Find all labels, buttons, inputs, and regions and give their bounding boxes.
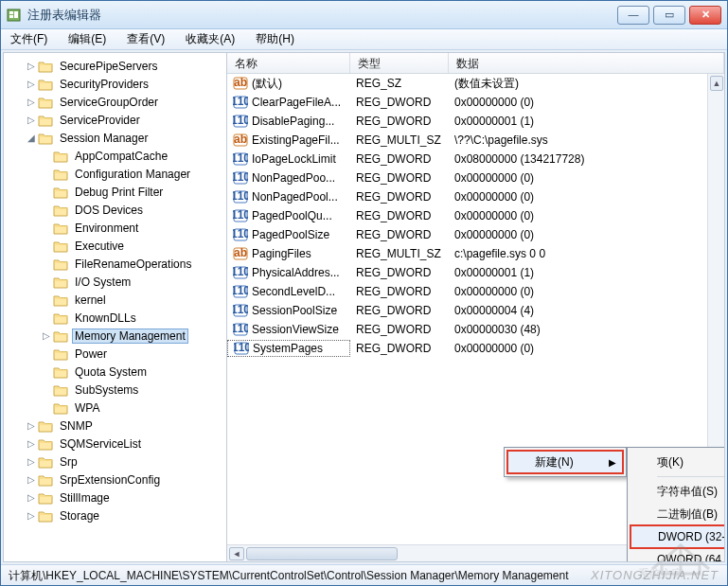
folder-icon [53, 347, 68, 361]
menu-view[interactable]: 查看(V) [121, 29, 170, 49]
list-row[interactable]: SessionPoolSize REG_DWORD 0x00000004 (4) [227, 301, 724, 320]
tree-node-label: SecurePipeServers [57, 60, 160, 73]
tree-node[interactable]: DOS Devices [9, 201, 226, 219]
tree-node[interactable]: ▷ Srp [9, 453, 226, 471]
tree-node[interactable]: KnownDLLs [9, 309, 226, 327]
dword-value-icon [233, 170, 248, 186]
list-row[interactable]: SessionViewSize REG_DWORD 0x00000030 (48… [227, 320, 724, 339]
tree-twisty-icon[interactable]: ▷ [25, 510, 38, 521]
tree-node[interactable]: Environment [9, 219, 226, 237]
tree-node[interactable]: AppCompatCache [9, 147, 226, 165]
tree-node[interactable]: ▷ Storage [9, 506, 226, 524]
tree-twisty-icon[interactable]: ▷ [40, 330, 53, 341]
menu-fav[interactable]: 收藏夹(A) [180, 29, 240, 49]
col-header-data[interactable]: 数据 [449, 53, 724, 73]
scroll-thumb[interactable] [246, 547, 398, 560]
dword-value-icon [233, 265, 248, 280]
chevron-right-icon: ▶ [609, 457, 616, 468]
value-name-cell: SessionViewSize [227, 322, 350, 337]
tree-node[interactable]: ▷ Memory Management [9, 327, 226, 345]
tree-node[interactable]: ▷ ServiceProvider [9, 111, 226, 129]
value-name: PhysicalAddres... [252, 266, 340, 279]
value-name-cell: IoPageLockLimit [227, 151, 350, 167]
tree-twisty-icon[interactable]: ▷ [25, 79, 38, 89]
tree-twisty-icon[interactable]: ◢ [25, 133, 38, 143]
tree-twisty-icon[interactable]: ▷ [25, 115, 38, 125]
tree-node[interactable]: Quota System [9, 363, 226, 381]
tree-node-label: Storage [57, 509, 102, 523]
list-row[interactable]: PagedPoolQu... REG_DWORD 0x00000000 (0) [227, 206, 724, 225]
tree-node[interactable]: WPA [9, 399, 226, 417]
ctx-sub-item[interactable]: DWORD (32-位)值(D) [630, 525, 724, 548]
list-row[interactable]: (默认) REG_SZ (数值未设置) [227, 74, 724, 93]
content-area: ▷ SecurePipeServers ▷ SecurityProviders … [3, 52, 725, 562]
tree-node[interactable]: I/O System [9, 273, 226, 291]
list-row[interactable]: NonPagedPoo... REG_DWORD 0x00000000 (0) [227, 169, 724, 187]
ctx-sub-item[interactable]: 项(K) [630, 451, 724, 473]
value-type: REG_DWORD [350, 323, 449, 336]
close-button[interactable]: ✕ [689, 6, 721, 25]
menu-help[interactable]: 帮助(H) [250, 29, 300, 49]
tree-twisty-icon[interactable]: ▷ [25, 474, 38, 485]
minimize-button[interactable]: — [617, 6, 649, 25]
tree-twisty-icon[interactable]: ▷ [25, 420, 38, 431]
tree-pane[interactable]: ▷ SecurePipeServers ▷ SecurityProviders … [4, 53, 227, 561]
string-value-icon [233, 133, 248, 148]
tree-twisty-icon[interactable]: ▷ [25, 456, 38, 467]
value-type: REG_DWORD [350, 171, 449, 185]
value-type: REG_DWORD [350, 152, 449, 166]
tree-node[interactable]: ▷ SecurityProviders [9, 75, 226, 93]
menu-file[interactable]: 文件(F) [5, 29, 53, 49]
tree-twisty-icon[interactable]: ▷ [25, 97, 38, 107]
tree-node[interactable]: kernel [9, 291, 226, 309]
tree-node[interactable]: ▷ SrpExtensionConfig [9, 471, 226, 488]
list-row[interactable]: PagingFiles REG_MULTI_SZ c:\pagefile.sys… [227, 244, 724, 263]
list-row[interactable]: PagedPoolSize REG_DWORD 0x00000000 (0) [227, 225, 724, 244]
tree-twisty-icon[interactable]: ▷ [25, 492, 38, 503]
folder-icon [38, 114, 53, 127]
tree-twisty-icon[interactable]: ▷ [25, 61, 38, 71]
tree-twisty-icon[interactable]: ▷ [25, 438, 38, 449]
list-row[interactable]: PhysicalAddres... REG_DWORD 0x00000001 (… [227, 263, 724, 282]
dword-value-icon [233, 114, 248, 129]
col-header-type[interactable]: 类型 [350, 53, 449, 73]
list-row[interactable]: NonPagedPool... REG_DWORD 0x00000000 (0) [227, 187, 724, 206]
tree-node-label: SNMP [57, 419, 96, 433]
folder-icon [53, 222, 68, 235]
value-data: 0x00000000 (0) [449, 228, 724, 241]
list-row[interactable]: SystemPages REG_DWORD 0x00000000 (0) [227, 339, 724, 358]
tree-node[interactable]: FileRenameOperations [9, 255, 226, 273]
tree-node[interactable]: ▷ SecurePipeServers [9, 57, 226, 75]
list-row[interactable]: IoPageLockLimit REG_DWORD 0x08000000 (13… [227, 150, 724, 169]
tree-node[interactable]: ▷ ServiceGroupOrder [9, 93, 226, 111]
value-data: 0x00000004 (4) [449, 304, 724, 317]
tree-node[interactable]: Configuration Manager [9, 165, 226, 183]
maximize-button[interactable]: ▭ [653, 6, 685, 25]
tree-node[interactable]: Power [9, 345, 226, 363]
list-row[interactable]: SecondLevelD... REG_DWORD 0x00000000 (0) [227, 282, 724, 301]
list-row[interactable]: DisablePaging... REG_DWORD 0x00000001 (1… [227, 112, 724, 131]
menu-edit[interactable]: 编辑(E) [62, 29, 112, 49]
scroll-up-icon[interactable]: ▲ [710, 76, 723, 91]
ctx-sub-item[interactable]: 字符串值(S) [630, 480, 724, 503]
tree-node[interactable]: ▷ SQMServiceList [9, 435, 226, 453]
value-name: SecondLevelD... [252, 285, 335, 298]
tree-node[interactable]: ◢ Session Manager [9, 129, 226, 147]
ctx-sub-item[interactable]: 二进制值(B) [630, 503, 724, 525]
list-row[interactable]: ClearPageFileA... REG_DWORD 0x00000000 (… [227, 93, 724, 112]
scroll-left-icon[interactable]: ◄ [229, 547, 244, 560]
col-header-name[interactable]: 名称 [227, 53, 350, 73]
tree-node[interactable]: ▷ StillImage [9, 488, 226, 506]
tree-node[interactable]: Executive [9, 237, 226, 255]
value-data: 0x00000000 (0) [449, 96, 724, 109]
list-row[interactable]: ExistingPageFil... REG_MULTI_SZ \??\C:\p… [227, 131, 724, 150]
ctx-new[interactable]: 新建(N) ▶ [507, 451, 623, 473]
tree-node-label: Quota System [72, 365, 150, 379]
tree-node[interactable]: SubSystems [9, 381, 226, 399]
folder-icon [53, 240, 68, 253]
ctx-sub-item[interactable]: QWORD (64 位)值(Q) [630, 548, 724, 561]
tree-node[interactable]: ▷ SNMP [9, 417, 226, 435]
ctx-sub-label: 字符串值(S) [657, 484, 718, 500]
context-submenu-new: 项(K) 字符串值(S) 二进制值(B) DWORD (32-位)值(D) QW… [627, 447, 724, 561]
tree-node[interactable]: Debug Print Filter [9, 183, 226, 201]
